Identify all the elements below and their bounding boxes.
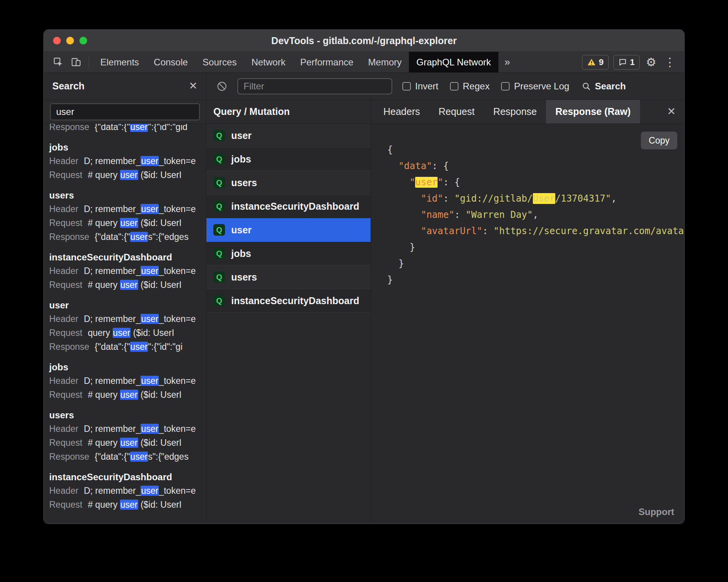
inspect-element-icon[interactable]: [49, 52, 67, 72]
search-match-highlight: user: [130, 232, 148, 242]
copy-button[interactable]: Copy: [641, 132, 677, 149]
kebab-menu-icon[interactable]: ⋮: [663, 55, 677, 69]
search-result-line[interactable]: HeaderD; remember_user_token=e: [49, 202, 206, 216]
search-result-group-title[interactable]: instanceSecurityDashboard: [49, 251, 206, 264]
query-item-label: user: [231, 224, 252, 236]
json-code-line: }: [387, 255, 684, 272]
close-window-button[interactable]: [53, 37, 61, 45]
search-result-line[interactable]: HeaderD; remember_user_token=e: [49, 484, 206, 498]
search-result-group-title[interactable]: jobs: [49, 141, 206, 154]
checkbox-preserve-log[interactable]: Preserve Log: [501, 81, 569, 92]
support-link[interactable]: Support: [639, 507, 674, 517]
detail-tab-request[interactable]: Request: [429, 100, 484, 123]
search-result-group-title[interactable]: instanceSecurityDashboard: [49, 471, 206, 484]
query-item-label: instanceSecurityDashboard: [231, 295, 359, 306]
devtools-tab-console[interactable]: Console: [146, 52, 195, 72]
checkbox-box-invert[interactable]: [402, 82, 411, 91]
response-raw-panel: Copy { "data": { "user": { "id": "gid://…: [371, 124, 684, 524]
search-match-highlight: user: [141, 156, 159, 166]
devtools-tab-memory[interactable]: Memory: [361, 52, 409, 72]
search-result-line[interactable]: Request# query user ($id: UserI: [49, 436, 206, 450]
warnings-badge[interactable]: 9: [582, 55, 609, 70]
search-result-line[interactable]: Requestquery user ($id: UserI: [49, 326, 206, 340]
query-item-users[interactable]: Qusers: [206, 171, 371, 195]
raw-response-json[interactable]: { "data": { "user": { "id": "gid://gitla…: [371, 124, 684, 288]
search-match-highlight: user: [120, 280, 138, 290]
result-line-content: D; remember_user_token=e: [84, 486, 196, 496]
messages-badge[interactable]: 1: [613, 55, 640, 70]
zoom-window-button[interactable]: [79, 37, 87, 45]
devtools-tab-network[interactable]: Network: [244, 52, 293, 72]
search-result-line[interactable]: HeaderD; remember_user_token=e: [49, 312, 206, 326]
result-line-label: Request: [49, 438, 82, 448]
detail-tab-headers[interactable]: Headers: [374, 100, 429, 123]
checkbox-regex[interactable]: Regex: [450, 81, 489, 92]
toolbar-search-button[interactable]: Search: [582, 81, 626, 92]
query-item-label: users: [231, 177, 257, 188]
result-line-label: Header: [49, 204, 78, 214]
search-result-group-title[interactable]: users: [49, 189, 206, 202]
result-line-label: Header: [49, 314, 78, 324]
search-match-highlight: user: [130, 124, 148, 132]
search-result-line[interactable]: Request# query user ($id: UserI: [49, 498, 206, 512]
query-item-user[interactable]: Quser: [206, 218, 371, 242]
devtools-tab-sources[interactable]: Sources: [195, 52, 244, 72]
close-search-icon[interactable]: ✕: [189, 81, 197, 91]
tab-strip: ElementsConsoleSourcesNetworkPerformance…: [93, 52, 498, 72]
result-line-content: {"data":{"users":{"edges: [95, 232, 189, 242]
tabbar-divider: [89, 56, 89, 68]
search-result-line[interactable]: Request# query user ($id: UserI: [49, 388, 206, 402]
settings-gear-icon[interactable]: ⚙: [644, 55, 658, 69]
search-result-group-title[interactable]: user: [49, 299, 206, 312]
search-result-group-title[interactable]: jobs: [49, 361, 206, 374]
checkbox-invert[interactable]: Invert: [402, 81, 438, 92]
search-result-line[interactable]: Request# query user ($id: UserI: [49, 168, 206, 182]
search-result-line[interactable]: HeaderD; remember_user_token=e: [49, 264, 206, 278]
search-result-line[interactable]: Request# query user ($id: UserI: [49, 278, 206, 292]
device-toolbar-icon[interactable]: [67, 52, 85, 72]
search-result-line[interactable]: HeaderD; remember_user_token=e: [49, 422, 206, 436]
search-input-row: [44, 100, 206, 123]
search-result-group: userHeaderD; remember_user_token=eReques…: [49, 299, 206, 354]
json-code-line: }: [387, 272, 684, 288]
search-result-line[interactable]: HeaderD; remember_user_token=e: [49, 374, 206, 388]
result-line-content: {"data":{"user":{"id":"gi: [95, 342, 183, 352]
search-result-line[interactable]: Response{"data":{"users":{"edges: [49, 450, 206, 464]
query-item-user[interactable]: Quser: [206, 124, 371, 147]
detail-tab-response[interactable]: Response: [484, 100, 546, 123]
search-result-group-title[interactable]: users: [49, 409, 206, 422]
query-item-instancesecuritydashboard[interactable]: QinstanceSecurityDashboard: [206, 195, 371, 218]
query-item-instancesecuritydashboard[interactable]: QinstanceSecurityDashboard: [206, 289, 371, 313]
query-item-users[interactable]: Qusers: [206, 265, 371, 289]
minimize-window-button[interactable]: [66, 37, 74, 45]
query-item-jobs[interactable]: Qjobs: [206, 147, 371, 171]
json-code-line: "id": "gid://gitlab/User/13704317",: [387, 190, 684, 207]
query-item-jobs[interactable]: Qjobs: [206, 242, 371, 265]
query-type-badge: Q: [213, 271, 225, 283]
checkbox-label-invert: Invert: [415, 81, 438, 92]
search-result-line[interactable]: HeaderD; remember_user_token=e: [49, 154, 206, 168]
checkbox-box-regex[interactable]: [450, 82, 458, 91]
result-line-content: D; remember_user_token=e: [84, 204, 196, 214]
search-result-line[interactable]: Response{"data":{"users":{"edges: [49, 230, 206, 244]
result-line-content: D; remember_user_token=e: [84, 314, 196, 324]
search-result-line[interactable]: Response{"data":{"user":{"id":"gi: [49, 340, 206, 354]
checkbox-box-preserve-log[interactable]: [501, 82, 510, 91]
devtools-tab-graphql-network[interactable]: GraphQL Network: [409, 52, 498, 72]
search-result-group: usersHeaderD; remember_user_token=eReque…: [49, 189, 206, 244]
close-detail-icon[interactable]: ✕: [667, 106, 684, 117]
query-type-badge: Q: [213, 130, 225, 141]
search-input[interactable]: [50, 103, 200, 120]
network-toolbar: InvertRegexPreserve Log Search: [206, 73, 684, 99]
clear-icon[interactable]: [216, 81, 227, 92]
devtools-tab-elements[interactable]: Elements: [93, 52, 146, 72]
devtools-tab-performance[interactable]: Performance: [293, 52, 361, 72]
search-result-line[interactable]: Response{"data":{"user":{"id":"gid: [49, 124, 206, 134]
detail-tab-response-raw[interactable]: Response (Raw): [546, 100, 640, 123]
titlebar[interactable]: DevTools - gitlab.com/-/graphql-explorer: [44, 30, 684, 52]
search-match-highlight: user: [120, 500, 138, 510]
search-match-highlight: User: [533, 193, 555, 204]
search-result-line[interactable]: Request# query user ($id: UserI: [49, 216, 206, 230]
filter-input[interactable]: [237, 78, 392, 94]
more-tabs-chevron[interactable]: »: [498, 52, 516, 72]
